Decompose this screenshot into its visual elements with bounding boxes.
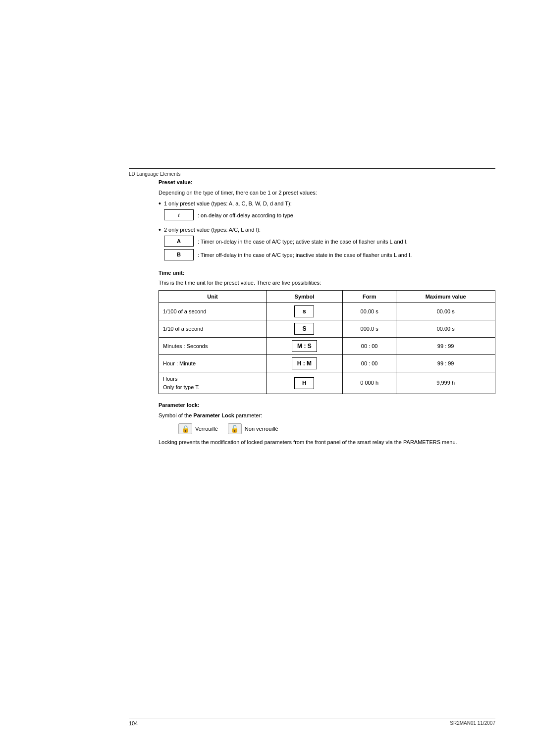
unit-cell-3: Hour : Minute [159, 355, 267, 372]
form-cell-0: 00.00 s [342, 303, 396, 320]
unit-cell-4: Hours Only for type T. [159, 372, 267, 394]
param-lock-desc-bold: Parameter Lock [193, 412, 234, 418]
table-row: Hours Only for type T. H 0 000 h 9,999 h [159, 372, 495, 394]
symbol-box-0: s [294, 305, 314, 317]
form-cell-2: 00 : 00 [342, 338, 396, 355]
bullet-dot-1: • [159, 200, 161, 207]
page: LD Language Elements Preset value: Depen… [0, 0, 535, 756]
symbol-cell-0: s [266, 303, 342, 320]
col-header-unit: Unit [159, 290, 267, 303]
box-b: B [164, 249, 194, 260]
table-row: 1/100 of a second s 00.00 s 00.00 s [159, 303, 495, 320]
param-lock-desc-end: parameter: [234, 412, 262, 418]
lock-icons-row: 🔒 Verrouillé 🔓 Non verrouillé [178, 423, 495, 434]
locked-icon-box: 🔒 [178, 423, 192, 434]
unlocked-icon: 🔓 [230, 424, 239, 434]
bullet-dot-2: • [159, 226, 161, 233]
locked-item: 🔒 Verrouillé [178, 423, 218, 434]
table-row: Minutes : Seconds M : S 00 : 00 99 : 99 [159, 338, 495, 355]
doc-ref: SR2MAN01 11/2007 [450, 720, 495, 726]
unlocked-label: Non verrouillé [245, 425, 278, 433]
bullet-1-text: 1 only preset value (types: A, a, C, B, … [164, 201, 292, 206]
symbol-cell-3: H : M [266, 355, 342, 372]
col-header-max: Maximum value [396, 290, 495, 303]
max-cell-2: 99 : 99 [396, 338, 495, 355]
time-unit-section: Time unit: This is the time unit for the… [159, 269, 495, 395]
locking-note: Locking prevents the modification of loc… [159, 438, 495, 447]
box-t-row: t : on-delay or off-delay according to t… [164, 209, 495, 222]
header-bar: LD Language Elements [129, 168, 495, 177]
col-header-symbol: Symbol [266, 290, 342, 303]
time-unit-title: Time unit: [159, 269, 495, 277]
symbol-box-4: H [294, 377, 314, 389]
time-unit-description: This is the time unit for the preset val… [159, 279, 495, 287]
symbol-box-3: H : M [292, 357, 317, 369]
bullet-2-text: 2 only preset value (types: A/C, L and I… [164, 227, 261, 233]
table-row: 1/10 of a second S 000.0 s 00.00 s [159, 320, 495, 338]
form-cell-4: 0 000 h [342, 372, 396, 394]
parameter-lock-title: Parameter lock: [159, 401, 495, 409]
preset-value-description: Depending on the type of timer, there ca… [159, 189, 495, 197]
box-t: t [164, 209, 194, 221]
param-lock-desc-start: Symbol of the [159, 412, 193, 418]
max-cell-0: 00.00 s [396, 303, 495, 320]
box-a: A [164, 236, 194, 247]
table-header-row: Unit Symbol Form Maximum value [159, 290, 495, 303]
form-cell-1: 000.0 s [342, 320, 396, 338]
symbol-box-1: S [294, 323, 314, 335]
unit-cell-0: 1/100 of a second [159, 303, 267, 320]
preset-value-section: Preset value: Depending on the type of t… [159, 178, 495, 263]
time-unit-table: Unit Symbol Form Maximum value 1/100 of … [159, 290, 495, 395]
locked-label: Verrouillé [195, 425, 218, 433]
max-cell-1: 00.00 s [396, 320, 495, 338]
max-cell-4: 9,999 h [396, 372, 495, 394]
box-b-label: : Timer off-delay in the case of A/C typ… [198, 251, 412, 259]
parameter-lock-section: Parameter lock: Symbol of the Parameter … [159, 401, 495, 447]
bullet-2: • 2 only preset value (types: A/C, L and… [159, 226, 495, 263]
bullet-1: • 1 only preset value (types: A, a, C, B… [159, 200, 495, 223]
table-row: Hour : Minute H : M 00 : 00 99 : 99 [159, 355, 495, 372]
symbol-cell-1: S [266, 320, 342, 338]
symbol-cell-4: H [266, 372, 342, 394]
box-a-label: : Timer on-delay in the case of A/C type… [198, 238, 408, 246]
box-b-row: B : Timer off-delay in the case of A/C t… [164, 249, 495, 261]
bullet-2-content: 2 only preset value (types: A/C, L and I… [164, 226, 495, 263]
preset-value-title: Preset value: [159, 178, 495, 187]
box-a-row: A : Timer on-delay in the case of A/C ty… [164, 236, 495, 248]
section-label: LD Language Elements [129, 171, 181, 177]
form-cell-3: 00 : 00 [342, 355, 396, 372]
box-t-label: : on-delay or off-delay according to typ… [198, 211, 295, 220]
bullet-1-content: 1 only preset value (types: A, a, C, B, … [164, 200, 495, 223]
footer: 104 SR2MAN01 11/2007 [129, 718, 495, 726]
unlocked-icon-box: 🔓 [228, 423, 242, 434]
unit-cell-2: Minutes : Seconds [159, 338, 267, 355]
unit-cell-1: 1/10 of a second [159, 320, 267, 338]
symbol-cell-2: M : S [266, 338, 342, 355]
max-cell-3: 99 : 99 [396, 355, 495, 372]
main-content: Preset value: Depending on the type of t… [159, 178, 495, 447]
page-number: 104 [129, 720, 138, 726]
parameter-lock-description: Symbol of the Parameter Lock parameter: [159, 411, 495, 420]
unlocked-item: 🔓 Non verrouillé [228, 423, 278, 434]
col-header-form: Form [342, 290, 396, 303]
symbol-box-2: M : S [292, 340, 317, 352]
locked-icon: 🔒 [181, 424, 190, 434]
